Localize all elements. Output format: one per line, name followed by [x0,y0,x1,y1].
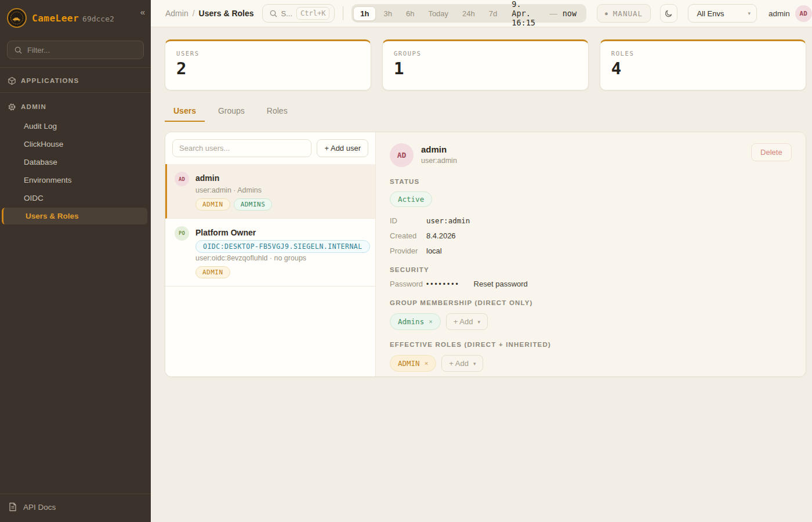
range-24h[interactable]: 24h [456,7,481,20]
app-version: 69dcce2 [82,14,114,23]
field-label: Created [390,231,426,240]
chevron-down-icon: ▾ [477,319,480,325]
admin-nav: Audit Log ClickHouse Database Environmen… [0,116,151,226]
user-item-body: admin user:admin · Admins ADMIN ADMINS [195,172,272,211]
api-docs-link[interactable]: API Docs [0,494,151,522]
document-icon [8,502,17,512]
remove-chip-icon[interactable]: × [425,360,429,367]
tab-groups[interactable]: Groups [209,102,253,122]
sidebar-filter-input[interactable] [27,46,137,55]
app-title: CameLeer69dcce2 [32,13,114,24]
detail-user-name: admin [421,143,457,154]
sidebar-item-environments[interactable]: Environments [0,172,151,188]
sidebar-section-applications[interactable]: APPLICATIONS [0,68,151,90]
manual-label: MANUAL [613,9,643,18]
delete-user-button[interactable]: Delete [751,143,792,161]
stat-value: 1 [394,60,577,78]
moon-icon [664,9,673,18]
chip-label: Admins [398,317,424,326]
refresh-mode-button[interactable]: ● MANUAL [597,4,651,23]
field-value-created: 8.4.2026 [426,231,456,240]
sidebar-item-clickhouse[interactable]: ClickHouse [0,136,151,153]
user-menu[interactable]: admin AD [768,5,812,22]
reset-password-link[interactable]: Reset password [474,280,528,288]
group-membership-heading: GROUP MEMBERSHIP (DIRECT ONLY) [390,299,792,306]
user-item-name: Platform Owner [195,226,367,238]
detail-title-block: admin user:admin [421,143,457,165]
add-label: + Add [449,359,469,368]
dark-mode-toggle[interactable] [660,4,677,23]
field-label: ID [390,216,426,225]
field-row-id: ID user:admin [390,216,792,225]
group-chip-admins: Admins × [390,313,441,330]
breadcrumb-current: Users & Roles [199,9,254,18]
users-panel: + Add user AD admin user:admin · Admins … [165,132,806,377]
add-user-button[interactable]: + Add user [317,139,368,157]
app-name: CameLeer [32,13,79,24]
avatar: AD [175,172,189,186]
cube-icon [7,76,16,85]
stat-label: USERS [176,50,360,57]
range-3h[interactable]: 3h [377,7,398,20]
time-from: 9. Apr. 16:15 [512,0,544,27]
time-display[interactable]: 9. Apr. 16:15 — now [505,0,585,27]
sidebar-item-database[interactable]: Database [0,154,151,171]
tab-users[interactable]: Users [165,102,205,122]
status-heading: STATUS [390,178,792,185]
security-heading: SECURITY [390,266,792,273]
stat-card-users: USERS 2 [165,39,371,90]
search-icon [13,45,23,55]
detail-header: AD admin user:admin Delete [390,143,792,167]
effective-roles-heading: EFFECTIVE ROLES (DIRECT + INHERITED) [390,341,792,348]
user-list-column: + Add user AD admin user:admin · Admins … [165,132,376,376]
time-to: now [563,9,577,18]
user-search-input[interactable] [172,139,311,157]
avatar[interactable]: AD [795,5,812,22]
sidebar-item-audit-log[interactable]: Audit Log [0,118,151,135]
time-separator: — [549,9,557,18]
field-value-provider: local [426,246,442,255]
topbar: Admin / Users & Roles S... Ctrl+K 1h 3h … [151,0,812,27]
tab-roles[interactable]: Roles [258,102,296,122]
user-list-header: + Add user [165,132,375,164]
add-group-button[interactable]: + Add ▾ [446,313,488,330]
sidebar-header: CameLeer69dcce2 « [0,0,151,35]
range-today[interactable]: Today [422,7,455,20]
global-search-button[interactable]: S... Ctrl+K [262,4,335,23]
field-value-id: user:admin [426,216,470,225]
detail-user-id: user:admin [421,157,457,165]
range-1h[interactable]: 1h [353,6,376,21]
field-row-provider: Provider local [390,246,792,255]
stat-value: 2 [176,60,360,78]
search-icon [270,10,277,17]
range-6h[interactable]: 6h [400,7,420,20]
sidebar-item-users-roles[interactable]: Users & Roles [2,208,147,224]
sidebar-filter[interactable] [7,41,144,59]
topbar-divider [343,6,343,20]
content: USERS 2 GROUPS 1 ROLES 4 Users Groups Ro… [151,27,812,522]
remove-chip-icon[interactable]: × [429,318,433,325]
add-role-button[interactable]: + Add ▾ [441,355,483,372]
field-label: Provider [390,246,426,255]
password-row: Password •••••••• Reset password [390,280,792,288]
group-chip-row: Admins × + Add ▾ [390,313,792,330]
search-shortcut: Ctrl+K [296,7,329,20]
breadcrumb-admin[interactable]: Admin [165,9,188,18]
user-item-meta: user:admin · Admins [195,186,272,194]
role-chip-row: ADMIN × + Add ▾ [390,355,792,372]
stats-row: USERS 2 GROUPS 1 ROLES 4 [165,39,806,90]
stat-card-roles: ROLES 4 [600,39,806,90]
role-chip-admin: ADMIN × [390,355,436,372]
user-list-item-platform-owner[interactable]: PO Platform Owner OIDC:DESKTOP-FB5VGJ9.S… [165,219,375,287]
sidebar-collapse-icon[interactable]: « [140,7,145,17]
main-area: Admin / Users & Roles S... Ctrl+K 1h 3h … [151,0,812,522]
range-7d[interactable]: 7d [483,7,503,20]
user-list-item-admin[interactable]: AD admin user:admin · Admins ADMIN ADMIN… [165,164,375,219]
user-item-meta: user:oidc:8evzqofluhld · no groups [195,254,367,262]
sidebar-section-admin[interactable]: ADMIN [0,94,151,116]
user-name: admin [768,9,790,18]
environment-select[interactable]: All Envs ▾ [688,4,756,23]
api-docs-label: API Docs [23,503,56,512]
camel-logo-icon [7,8,27,28]
sidebar-item-oidc[interactable]: OIDC [0,190,151,206]
